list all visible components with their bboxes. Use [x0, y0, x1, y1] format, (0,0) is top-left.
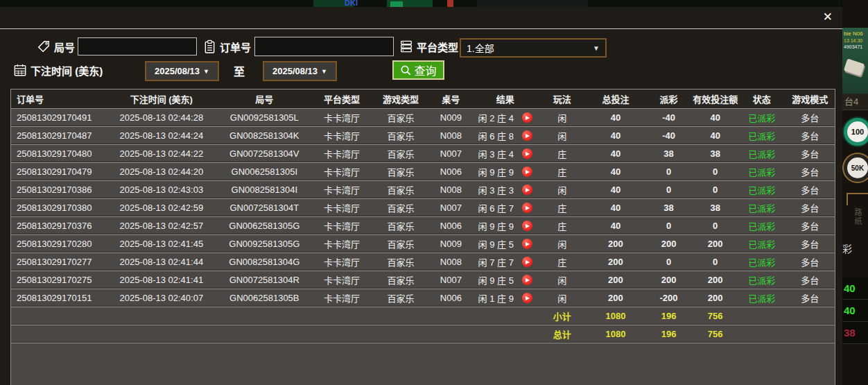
order-filter-label: 订单号 [220, 40, 251, 54]
search-icon [400, 65, 412, 76]
cell-mode: 多台 [785, 253, 835, 271]
cell-mode: 多台 [785, 181, 835, 198]
cell-game: 百家乐 [372, 199, 429, 216]
subtotal-bet: 小计 [538, 307, 586, 325]
cell-mode: 多台 [785, 271, 835, 289]
cell-valid_bet: 38 [692, 145, 738, 162]
cell-payout: 38 [645, 145, 693, 162]
grand-total-payout: 196 [645, 325, 693, 343]
cell-round: GN0062581305I [217, 163, 312, 180]
column-header: 结果 [472, 89, 538, 108]
date-from-picker[interactable]: 2025/08/13 ▼ [145, 61, 219, 81]
cell-mode: 多台 [785, 145, 835, 162]
cell-result: 闲 2 庄 4 [472, 109, 538, 126]
grand-total-total_bet: 1080 [586, 325, 645, 343]
bg-side-values: 40 40 38 [842, 277, 868, 344]
chip-100-icon: 100 [844, 118, 868, 146]
cell-round: GN0072581304R [217, 271, 312, 289]
play-replay-icon[interactable] [522, 239, 532, 249]
cell-total_bet: 40 [586, 163, 645, 180]
column-header: 订单号 [11, 89, 106, 108]
result-text: 闲 9 庄 9 [478, 165, 514, 178]
round-number-input[interactable] [78, 37, 197, 55]
table-row: 2508130291703862025-08-13 02:43:03GN0082… [11, 181, 835, 199]
bg-cards-image [844, 58, 865, 76]
cell-order: 250813029170376 [11, 217, 106, 234]
cell-order: 250813029170487 [11, 127, 106, 144]
cell-valid_bet: 40 [692, 127, 738, 144]
background-game-image: ble N06 13 14:30 4903471 [842, 28, 868, 94]
cell-total_bet: 200 [586, 289, 645, 307]
platform-filter-label: 平台类型 [417, 40, 458, 54]
play-replay-icon[interactable] [522, 275, 532, 285]
cell-mode: 多台 [785, 289, 835, 307]
date-to-picker[interactable]: 2025/08/13 ▼ [263, 61, 337, 81]
order-filter-label-group: 订单号 [203, 38, 251, 55]
play-replay-icon[interactable] [522, 166, 532, 177]
cell-time: 2025-08-13 02:41:45 [106, 235, 217, 253]
cell-status: 已派彩 [738, 253, 785, 271]
order-number-input[interactable] [254, 37, 394, 56]
play-replay-icon[interactable] [522, 130, 532, 141]
cell-time: 2025-08-13 02:44:24 [106, 127, 217, 144]
cell-mode: 多台 [785, 163, 835, 180]
play-replay-icon[interactable] [522, 185, 532, 195]
bg-fragment-text: DKI [345, 0, 358, 7]
cell-platform: 卡卡湾厅 [312, 217, 372, 234]
cell-order: 250813029170277 [11, 253, 106, 271]
screen: DKI ble N06 13 14:30 4903471 台4 100 50K … [0, 0, 868, 385]
cell-total_bet: 40 [586, 109, 645, 126]
cell-game: 百家乐 [372, 109, 429, 126]
platform-type-select[interactable]: 1.全部 ▼ [460, 38, 607, 58]
cell-valid_bet: 0 [692, 217, 738, 234]
round-filter-label: 局号 [54, 40, 75, 54]
cell-time: 2025-08-13 02:41:41 [106, 271, 217, 289]
cell-result: 闲 6 庄 8 [472, 127, 538, 144]
subtotal-order [11, 307, 106, 325]
chevron-down-icon: ▼ [321, 68, 327, 75]
cell-table: N006 [429, 289, 472, 307]
cell-table: N008 [429, 181, 472, 198]
round-filter-label-group: 局号 [37, 38, 75, 55]
subtotal-time [106, 307, 217, 325]
cell-order: 250813029170280 [11, 235, 106, 253]
grand-total-row: 总计1080196756 [11, 325, 835, 343]
bet-time-label: 下注时间 (美东) [31, 63, 103, 78]
play-replay-icon[interactable] [522, 221, 532, 231]
table-empty-area [11, 343, 835, 385]
table-row: 2508130291703762025-08-13 02:42:57GN0062… [11, 217, 835, 235]
play-replay-icon[interactable] [522, 203, 532, 213]
cell-valid_bet: 200 [692, 271, 738, 289]
cell-table: N009 [429, 235, 472, 253]
play-replay-icon[interactable] [522, 148, 532, 159]
cell-bet: 庄 [538, 199, 586, 216]
bg-glyph: 彩 [842, 241, 852, 255]
cell-round: GN0072581304T [217, 199, 312, 216]
cell-valid_bet: 38 [692, 199, 738, 216]
bg-panel-corner [847, 193, 868, 205]
cell-result: 闲 9 庄 5 [472, 271, 538, 289]
subtotal-game [372, 307, 429, 325]
date-from-value: 2025/08/13 [155, 66, 200, 76]
table-body: 2508130291704912025-08-13 02:44:28GN0092… [11, 109, 835, 343]
platform-type-value: 1.全部 [467, 41, 494, 55]
query-button[interactable]: 查询 [392, 60, 444, 80]
close-button[interactable]: ✕ [823, 9, 833, 26]
cell-platform: 卡卡湾厅 [312, 127, 372, 144]
cell-platform: 卡卡湾厅 [312, 289, 372, 307]
cell-payout: 0 [645, 163, 693, 180]
cell-status: 已派彩 [738, 199, 785, 216]
calendar-icon [13, 63, 27, 77]
cell-payout: -40 [645, 109, 693, 126]
result-text: 闲 9 庄 5 [478, 273, 514, 286]
play-replay-icon[interactable] [522, 257, 532, 267]
cell-table: N006 [429, 163, 472, 180]
play-replay-icon[interactable] [522, 112, 532, 123]
bg-fragment [390, 1, 403, 7]
play-replay-icon[interactable] [522, 293, 532, 303]
table-row: 2508130291704912025-08-13 02:44:28GN0092… [11, 109, 835, 127]
cell-valid_bet: 40 [692, 109, 738, 126]
cell-order: 250813029170275 [11, 271, 106, 289]
subtotal-row: 小计1080196756 [11, 307, 835, 325]
date-to-value: 2025/08/13 [272, 66, 318, 76]
